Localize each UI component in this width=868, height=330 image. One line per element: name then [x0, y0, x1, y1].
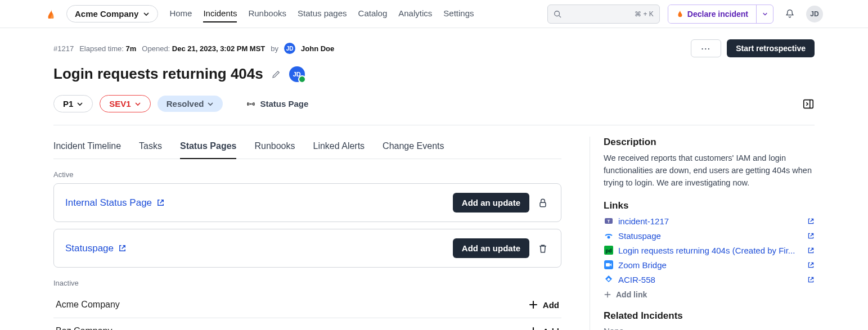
- svg-rect-12: [606, 263, 610, 266]
- inactive-company-name: Baz Company: [56, 326, 113, 330]
- user-avatar[interactable]: JD: [806, 6, 823, 22]
- status-page-name: Statuspage: [65, 243, 114, 254]
- tab-status-pages[interactable]: Status Pages: [180, 137, 236, 159]
- link-item[interactable]: pd Login requests returning 404s (Create…: [604, 245, 815, 255]
- declare-dropdown-button[interactable]: [756, 5, 773, 23]
- edit-title-button[interactable]: [271, 69, 281, 79]
- declare-label: Declare incident: [687, 10, 748, 19]
- top-nav: Acme Company Home Incidents Runbooks Sta…: [0, 0, 868, 28]
- search-input[interactable]: ⌘ + K: [547, 4, 660, 24]
- title-row: Login requests returning 404s JD: [53, 65, 815, 83]
- assignee-avatar[interactable]: JD: [289, 66, 305, 82]
- link-item[interactable]: Statuspage: [604, 230, 815, 241]
- nav-link-incidents[interactable]: Incidents: [203, 5, 237, 22]
- notifications-button[interactable]: [781, 6, 798, 22]
- add-label: Add: [543, 327, 559, 331]
- broadcast-icon: [246, 100, 255, 109]
- severity-dropdown[interactable]: SEV1: [100, 95, 150, 112]
- external-link-icon: [807, 247, 815, 254]
- main-left: Incident Timeline Tasks Status Pages Run…: [53, 137, 561, 330]
- svg-point-0: [555, 11, 560, 16]
- sidebar-panel: Description We received reports that cus…: [590, 137, 815, 330]
- description-heading: Description: [604, 137, 815, 148]
- add-link-button[interactable]: Add link: [604, 290, 815, 299]
- tab-tasks[interactable]: Tasks: [139, 137, 162, 159]
- priority-dropdown[interactable]: P1: [53, 95, 93, 112]
- opener-name: John Doe: [301, 44, 334, 53]
- severity-value: SEV1: [109, 99, 131, 109]
- lock-icon: [537, 197, 548, 209]
- fire-icon: [676, 10, 684, 18]
- declare-incident-button[interactable]: Declare incident: [668, 5, 756, 23]
- search-icon: [554, 10, 561, 18]
- incident-title: Login requests returning 404s: [53, 65, 263, 83]
- pencil-icon: [271, 69, 281, 79]
- nav-links: Home Incidents Runbooks Status pages Cat…: [169, 5, 474, 22]
- add-label: Add: [543, 300, 559, 310]
- link-text: Statuspage: [618, 231, 803, 241]
- status-dropdown[interactable]: Resolved: [158, 96, 223, 112]
- plus-icon: [604, 291, 611, 299]
- status-page-card: Internal Status Page Add an update: [53, 183, 561, 222]
- nav-link-analytics[interactable]: Analytics: [398, 5, 432, 22]
- add-update-button[interactable]: Add an update: [453, 238, 529, 258]
- link-item[interactable]: ACIR-558: [604, 274, 815, 284]
- add-update-button[interactable]: Add an update: [453, 193, 529, 213]
- nav-link-home[interactable]: Home: [169, 5, 192, 22]
- bell-icon: [784, 8, 795, 20]
- opened-label: Opened:: [142, 44, 170, 53]
- link-item[interactable]: Zoom Bridge: [604, 260, 815, 270]
- page-content: #1217 Elapsed time: 7m Opened: Dec 21, 2…: [0, 28, 868, 330]
- plus-icon: [528, 326, 538, 330]
- panel-right-icon: [802, 98, 815, 110]
- more-actions-button[interactable]: ···: [691, 39, 721, 57]
- section-inactive-label: Inactive: [53, 279, 561, 287]
- add-status-page-button[interactable]: Add: [528, 300, 559, 310]
- svg-point-2: [250, 103, 252, 105]
- tab-change-events[interactable]: Change Events: [383, 137, 444, 159]
- search-shortcut: ⌘ + K: [635, 10, 654, 18]
- zoom-icon: [604, 260, 614, 270]
- status-row: P1 SEV1 Resolved Status Page: [53, 95, 815, 112]
- tabs: Incident Timeline Tasks Status Pages Run…: [53, 137, 561, 159]
- description-text: We received reports that customers' IAM …: [604, 152, 815, 189]
- priority-value: P1: [63, 99, 73, 109]
- company-dropdown[interactable]: Acme Company: [66, 5, 158, 22]
- status-page-label: Status Page: [260, 99, 308, 109]
- toggle-panel-button[interactable]: [802, 98, 815, 110]
- add-link-label: Add link: [616, 290, 647, 299]
- external-link-icon: [156, 198, 165, 207]
- start-retrospective-button[interactable]: Start retrospective: [727, 39, 815, 57]
- nav-link-runbooks[interactable]: Runbooks: [248, 5, 286, 22]
- incident-id: #1217: [53, 44, 74, 53]
- svg-rect-5: [540, 202, 546, 207]
- section-active-label: Active: [53, 170, 561, 179]
- lock-button[interactable]: [536, 197, 550, 209]
- external-link-icon: [807, 261, 815, 269]
- link-item[interactable]: T incident-1217: [604, 216, 815, 226]
- declare-incident-group: Declare incident: [668, 4, 773, 24]
- status-value: Resolved: [167, 99, 204, 109]
- nav-link-settings[interactable]: Settings: [443, 5, 474, 22]
- delete-button[interactable]: [536, 243, 550, 254]
- status-page-link[interactable]: Internal Status Page: [65, 197, 165, 209]
- status-page-card: Statuspage Add an update: [53, 229, 561, 268]
- logo-icon: [45, 7, 59, 21]
- tab-linked-alerts[interactable]: Linked Alerts: [313, 137, 365, 159]
- related-heading: Related Incidents: [604, 310, 815, 322]
- add-status-page-button[interactable]: Add: [528, 326, 559, 330]
- status-page-indicator[interactable]: Status Page: [246, 99, 308, 109]
- pagerduty-icon: pd: [604, 245, 614, 255]
- tab-runbooks[interactable]: Runbooks: [254, 137, 295, 159]
- company-name: Acme Company: [75, 9, 138, 19]
- inactive-status-page-row: Acme Company Add: [53, 292, 561, 318]
- incident-meta: #1217 Elapsed time: 7m Opened: Dec 21, 2…: [53, 39, 815, 57]
- nav-link-status-pages[interactable]: Status pages: [298, 5, 347, 22]
- inactive-company-name: Acme Company: [56, 300, 120, 310]
- plus-icon: [528, 300, 538, 310]
- nav-link-catalog[interactable]: Catalog: [358, 5, 388, 22]
- opener-avatar: JD: [284, 43, 295, 54]
- external-link-icon: [807, 232, 815, 239]
- tab-incident-timeline[interactable]: Incident Timeline: [53, 137, 121, 159]
- status-page-link[interactable]: Statuspage: [65, 243, 127, 254]
